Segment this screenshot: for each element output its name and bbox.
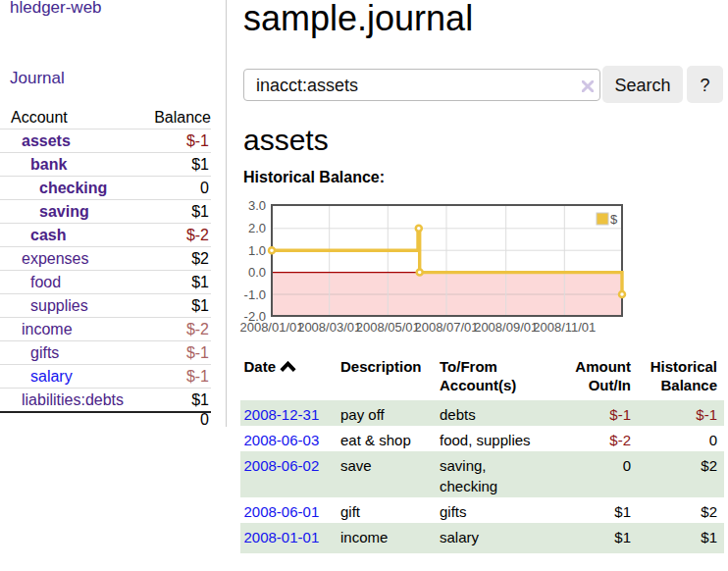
svg-text:-1.0: -1.0 — [244, 287, 266, 302]
svg-text:2008/07/01: 2008/07/01 — [414, 320, 478, 335]
svg-text:2008/01/01: 2008/01/01 — [239, 320, 303, 335]
svg-text:0.0: 0.0 — [248, 265, 266, 280]
svg-text:2008/05/01: 2008/05/01 — [356, 320, 420, 335]
svg-text:2.0: 2.0 — [248, 221, 266, 235]
svg-text:$: $ — [610, 212, 618, 227]
svg-text:2008/03/01: 2008/03/01 — [297, 320, 361, 335]
svg-text:2008/09/01: 2008/09/01 — [474, 320, 538, 335]
svg-text:2008/11/01: 2008/11/01 — [533, 320, 596, 335]
svg-text:3.0: 3.0 — [248, 198, 266, 213]
svg-text:1.0: 1.0 — [248, 243, 266, 258]
